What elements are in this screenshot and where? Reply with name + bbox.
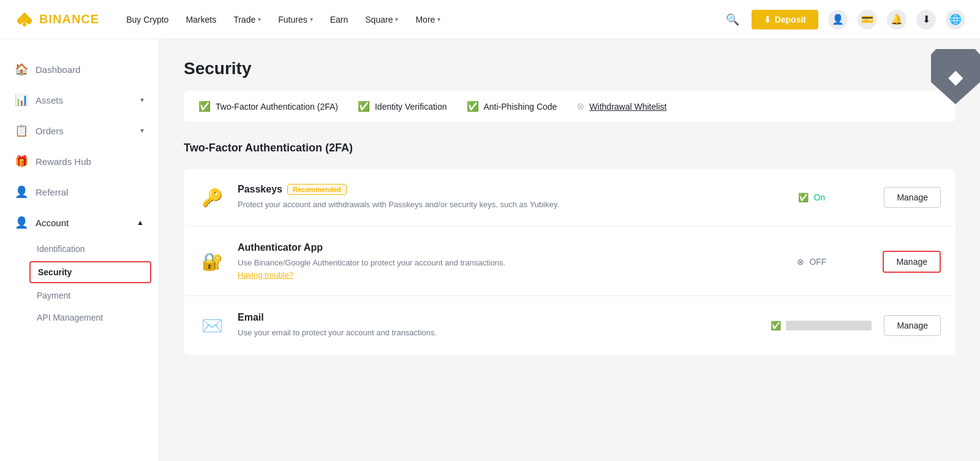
authenticator-info: Authenticator App Use Binance/Google Aut… [238, 242, 785, 281]
top-navigation: BINANCE Buy Crypto Markets Trade ▾ Futur… [0, 0, 980, 39]
check-icon-email: ✅ [771, 321, 781, 330]
square-chevron-icon: ▾ [395, 16, 398, 23]
download-icon[interactable]: ⬇ [916, 10, 936, 29]
status-identity: ✅ Identity Verification [358, 101, 447, 112]
deposit-icon: ⬇ [764, 15, 771, 25]
security-status-bar: ✅ Two-Factor Authentication (2FA) ✅ Iden… [184, 91, 956, 122]
withdrawal-whitelist-link[interactable]: Withdrawal Whitelist [589, 102, 666, 112]
shield-diamond-icon: ◆ [948, 65, 963, 88]
authenticator-status: ⊗ OFF [797, 257, 870, 267]
passkeys-info: Passkeys Recommended Protect your accoun… [238, 184, 786, 211]
sidebar-item-dashboard[interactable]: 🏠 Dashboard [0, 54, 159, 85]
passkeys-card: 🔑 Passkeys Recommended Protect your acco… [184, 169, 956, 226]
badge-alert-icon: ! [966, 90, 980, 107]
passkeys-manage-button[interactable]: Manage [884, 187, 941, 208]
assets-chevron-icon: ▾ [140, 96, 144, 104]
email-desc: Use your email to protect your account a… [238, 327, 758, 339]
passkeys-title: Passkeys Recommended [238, 184, 786, 195]
rewards-icon: 🎁 [15, 154, 28, 168]
circle-icon-withdrawal: ⊗ [576, 101, 584, 112]
email-masked-value [786, 321, 872, 330]
wallet-icon[interactable]: 💳 [858, 10, 877, 29]
email-card: ✉️ Email Use your email to protect your … [184, 297, 956, 354]
orders-chevron-icon: ▾ [140, 126, 144, 135]
sidebar-item-account[interactable]: 👤 Account ▲ [0, 207, 159, 238]
email-status: ✅ [771, 321, 872, 330]
check-icon-antiphishing: ✅ [467, 101, 479, 112]
more-chevron-icon: ▾ [437, 16, 440, 23]
security-cards-container: 🔑 Passkeys Recommended Protect your acco… [184, 169, 956, 355]
check-icon-passkeys: ✅ [798, 192, 809, 202]
authenticator-card: 🔐 Authenticator App Use Binance/Google A… [184, 227, 956, 296]
nav-links: Buy Crypto Markets Trade ▾ Futures ▾ Ear… [119, 10, 723, 29]
nav-futures[interactable]: Futures ▾ [271, 10, 320, 29]
recommended-badge: Recommended [287, 184, 347, 195]
profile-icon[interactable]: 👤 [828, 10, 848, 29]
orders-icon: 📋 [15, 124, 28, 137]
status-2fa: ✅ Two-Factor Authentication (2FA) [198, 101, 338, 112]
check-icon-2fa: ✅ [198, 101, 211, 112]
logo-text: BINANCE [39, 12, 99, 26]
sidebar-item-assets[interactable]: 📊 Assets ▾ [0, 85, 159, 115]
logo[interactable]: BINANCE [15, 10, 99, 29]
authenticator-icon: 🔐 [198, 248, 225, 275]
page-layout: 🏠 Dashboard 📊 Assets ▾ 📋 Orders ▾ 🎁 Rewa… [0, 39, 980, 461]
sidebar-item-referral[interactable]: 👤 Referral [0, 177, 159, 207]
sidebar-item-rewards[interactable]: 🎁 Rewards Hub [0, 146, 159, 177]
sidebar-sub-security[interactable]: Security [29, 261, 151, 283]
authenticator-desc: Use Binance/Google Authenticator to prot… [238, 257, 785, 281]
page-title: Security [184, 59, 956, 78]
nav-trade[interactable]: Trade ▾ [226, 10, 268, 29]
email-title: Email [238, 312, 758, 323]
search-button[interactable]: 🔍 [723, 10, 742, 29]
circle-icon-auth: ⊗ [797, 257, 804, 267]
trade-chevron-icon: ▾ [258, 16, 261, 23]
main-content: Security ✅ Two-Factor Authentication (2F… [159, 39, 980, 461]
sidebar-item-orders[interactable]: 📋 Orders ▾ [0, 115, 159, 146]
nav-more[interactable]: More ▾ [408, 10, 448, 29]
account-icon: 👤 [15, 216, 28, 229]
nav-earn[interactable]: Earn [323, 10, 356, 29]
email-manage-button[interactable]: Manage [884, 315, 941, 336]
passkeys-desc: Protect your account and withdrawals wit… [238, 199, 786, 211]
assets-icon: 📊 [15, 93, 28, 107]
nav-markets[interactable]: Markets [178, 10, 224, 29]
passkeys-icon: 🔑 [198, 184, 225, 211]
status-withdrawal: ⊗ Withdrawal Whitelist [576, 101, 666, 112]
email-info: Email Use your email to protect your acc… [238, 312, 758, 339]
check-icon-identity: ✅ [358, 101, 370, 112]
futures-chevron-icon: ▾ [310, 16, 313, 23]
deposit-button[interactable]: ⬇ Deposit [752, 10, 818, 29]
account-chevron-icon: ▲ [137, 218, 144, 227]
nav-square[interactable]: Square ▾ [358, 10, 405, 29]
shield-badge: ◆ ! [931, 49, 980, 104]
authenticator-manage-button[interactable]: Manage [883, 251, 941, 273]
status-antiphishing: ✅ Anti-Phishing Code [467, 101, 557, 112]
authenticator-title: Authenticator App [238, 242, 785, 253]
binance-badge: ◆ ! [931, 49, 980, 110]
sidebar-sub-api[interactable]: API Management [0, 307, 159, 329]
sidebar-sub-payment[interactable]: Payment [0, 284, 159, 307]
nav-actions: 🔍 ⬇ Deposit 👤 💳 🔔 ⬇ 🌐 [723, 10, 965, 29]
passkeys-status: ✅ On [798, 192, 872, 202]
section-title-2fa: Two-Factor Authentication (2FA) [184, 142, 956, 154]
email-icon: ✉️ [198, 312, 225, 339]
nav-buy-crypto[interactable]: Buy Crypto [119, 10, 176, 29]
referral-icon: 👤 [15, 185, 28, 199]
dashboard-icon: 🏠 [15, 63, 28, 76]
having-trouble-link[interactable]: Having trouble? [238, 270, 293, 280]
sidebar-sub-identification[interactable]: Identification [0, 238, 159, 260]
notification-icon[interactable]: 🔔 [887, 10, 907, 29]
sidebar: 🏠 Dashboard 📊 Assets ▾ 📋 Orders ▾ 🎁 Rewa… [0, 39, 159, 461]
globe-icon[interactable]: 🌐 [946, 10, 965, 29]
